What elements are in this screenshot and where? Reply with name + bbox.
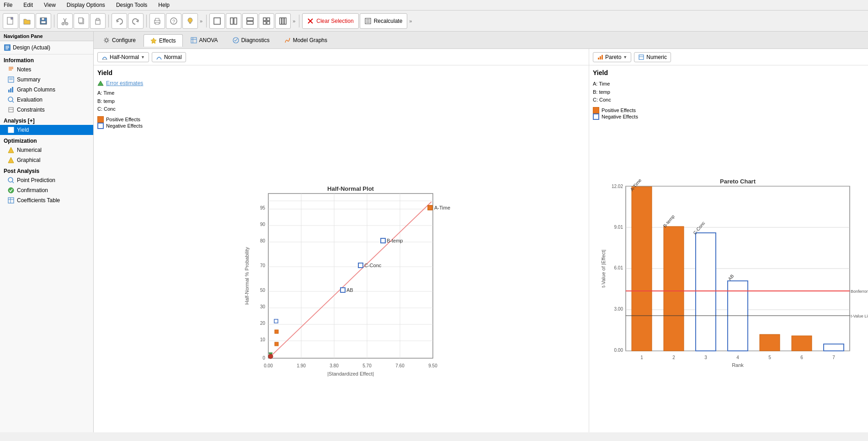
menu-view[interactable]: View	[42, 1, 58, 9]
sidebar-item-evaluation[interactable]: Evaluation	[0, 95, 93, 105]
sidebar-item-yield[interactable]: Yield	[0, 125, 93, 135]
legend-positive-box	[97, 116, 104, 123]
sidebar-item-constraints[interactable]: Constraints	[0, 105, 93, 115]
svg-rect-47	[12, 87, 13, 92]
recalculate-button[interactable]: Recalculate	[360, 13, 408, 29]
half-normal-dropdown[interactable]: Half-Normal ▼	[97, 52, 149, 62]
toolbar-overflow2[interactable]: »	[293, 18, 295, 24]
layout5-icon	[279, 17, 287, 25]
section-analysis: Analysis [+]	[0, 115, 93, 125]
section-information: Information	[0, 54, 93, 65]
save-icon	[39, 17, 48, 25]
svg-point-59	[8, 188, 14, 193]
menu-file[interactable]: File	[2, 1, 14, 9]
numeric-button[interactable]: Numeric	[634, 52, 671, 62]
paste-button[interactable]	[90, 13, 106, 29]
sidebar-item-notes[interactable]: Notes	[0, 65, 93, 75]
right-legend-negative-box	[593, 113, 599, 120]
pareto-dropdown[interactable]: Pareto ▼	[593, 52, 631, 62]
svg-text:10: 10	[260, 337, 265, 342]
svg-text:Half-Normal % Probability: Half-Normal % Probability	[244, 247, 250, 305]
menu-help[interactable]: Help	[156, 1, 171, 9]
sidebar-item-coefficients[interactable]: Coefficients Table	[0, 195, 93, 205]
svg-rect-25	[267, 22, 270, 24]
svg-rect-26	[280, 18, 282, 24]
clear-selection-button[interactable]: Clear Selection	[302, 13, 358, 29]
normal-icon	[156, 54, 162, 60]
svg-text:Bonferroni Limit 4.38175: Bonferroni Limit 4.38175	[851, 289, 868, 294]
svg-rect-112	[274, 319, 278, 323]
right-chart-title: Yield	[593, 69, 864, 76]
svg-rect-23	[267, 18, 270, 21]
svg-rect-137	[664, 226, 684, 351]
right-panel: Pareto ▼ Numeric Yield A: Time B: temp	[589, 49, 868, 432]
tab-effects[interactable]: Effects	[144, 34, 182, 47]
tab-anova[interactable]: ANOVA	[184, 34, 225, 46]
sidebar-item-numerical[interactable]: Numerical	[0, 145, 93, 155]
svg-text:90: 90	[260, 222, 265, 227]
print-button[interactable]	[149, 13, 165, 29]
sidebar-title: Navigation Pane	[0, 32, 93, 41]
copy-button[interactable]	[74, 13, 89, 29]
graph-columns-icon	[7, 86, 15, 93]
svg-text:B-temp: B-temp	[387, 238, 403, 243]
point-prediction-label: Point Prediction	[17, 177, 55, 183]
svg-line-49	[12, 101, 14, 102]
sidebar-item-point-prediction[interactable]: Point Prediction	[0, 175, 93, 185]
svg-point-48	[8, 97, 13, 102]
cut-button[interactable]	[57, 13, 73, 29]
layout3-button[interactable]	[242, 13, 258, 29]
redo-button[interactable]	[128, 13, 144, 29]
cut-icon	[61, 17, 69, 25]
toolbar-overflow3[interactable]: »	[409, 18, 412, 24]
tab-configure[interactable]: Configure	[96, 34, 143, 46]
sidebar-design-item[interactable]: Design (Actual)	[0, 41, 93, 54]
main-toolbar: ? » » Clear Selection Recalculate »	[0, 11, 868, 32]
left-panel: Half-Normal ▼ Normal Yield Error estimat…	[94, 49, 589, 432]
layout4-button[interactable]	[259, 13, 274, 29]
constraints-icon	[7, 106, 15, 113]
save-button[interactable]	[36, 13, 51, 29]
layout5-button[interactable]	[275, 13, 291, 29]
sidebar-item-confirmation[interactable]: Confirmation	[0, 185, 93, 195]
graphical-label: Graphical	[17, 157, 40, 163]
svg-point-6	[66, 22, 68, 25]
sidebar-item-graphical[interactable]: Graphical	[0, 155, 93, 165]
tab-model-graphs[interactable]: Model Graphs	[277, 34, 334, 46]
sidebar-item-graph-columns[interactable]: Graph Columns	[0, 85, 93, 95]
normal-button[interactable]: Normal	[152, 52, 186, 62]
menu-design-tools[interactable]: Design Tools	[114, 1, 149, 9]
right-legend-positive-box	[593, 107, 599, 113]
svg-rect-136	[632, 187, 652, 351]
content-area: Configure Effects ANOVA Diagnostics Mode…	[94, 32, 868, 432]
new-button[interactable]	[3, 13, 18, 29]
svg-rect-22	[263, 18, 266, 21]
svg-rect-117	[428, 205, 432, 210]
svg-text:9.50: 9.50	[428, 363, 437, 368]
tab-model-graphs-label: Model Graphs	[293, 37, 327, 43]
open-button[interactable]	[19, 13, 35, 29]
help-button[interactable]: ?	[166, 13, 181, 29]
sidebar-item-summary[interactable]: Summary	[0, 75, 93, 85]
menu-bar: File Edit View Display Options Design To…	[0, 0, 868, 11]
tab-diagnostics[interactable]: Diagnostics	[226, 34, 277, 46]
lightbulb-button[interactable]	[182, 13, 198, 29]
menu-edit[interactable]: Edit	[21, 1, 35, 9]
toolbar-overflow[interactable]: »	[200, 18, 202, 24]
layout1-button[interactable]	[209, 13, 225, 29]
svg-rect-113	[358, 263, 363, 268]
svg-rect-50	[9, 108, 13, 112]
undo-icon	[115, 17, 123, 25]
svg-marker-72	[98, 81, 103, 86]
error-estimates-row[interactable]: Error estimates	[97, 80, 585, 86]
design-label: Design (Actual)	[13, 44, 50, 51]
svg-rect-45	[8, 90, 10, 92]
undo-button[interactable]	[112, 13, 127, 29]
menu-display-options[interactable]: Display Options	[65, 1, 107, 9]
recalc-icon	[365, 18, 371, 24]
layout2-button[interactable]	[226, 13, 241, 29]
numerical-icon	[7, 146, 15, 154]
svg-text:7: 7	[832, 355, 835, 360]
numeric-icon	[638, 54, 644, 60]
error-estimates-label[interactable]: Error estimates	[106, 80, 143, 86]
